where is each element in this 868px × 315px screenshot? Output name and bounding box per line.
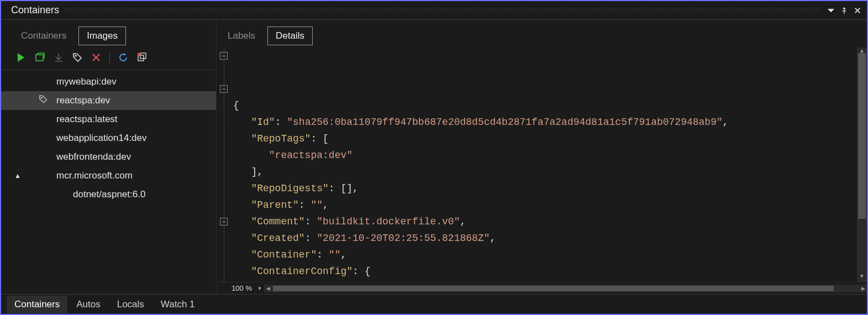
toolbar-separator — [109, 51, 110, 64]
scroll-left-arrow[interactable]: ◀ — [264, 285, 272, 292]
zoom-level: 100 % — [217, 284, 255, 292]
delete-button[interactable] — [90, 51, 103, 64]
zoom-dropdown[interactable]: ▼ — [255, 286, 264, 291]
titlebar: Containers — [1, 1, 867, 20]
image-item[interactable]: webfrontenda:dev — [1, 148, 216, 166]
editor-status-bar: 100 % ▼ ◀ ▶ — [217, 282, 867, 294]
svg-rect-2 — [36, 55, 43, 61]
tag-icon — [38, 95, 48, 107]
right-panel: Labels Details −−−{ "Id": "sha256:0ba110… — [217, 20, 867, 294]
vertical-scrollbar[interactable]: ▲ ▼ — [857, 48, 867, 282]
json-editor[interactable]: −−−{ "Id": "sha256:0ba11079ff947bb687e20… — [217, 48, 857, 282]
download-button[interactable] — [52, 51, 65, 64]
pin-button[interactable] — [838, 4, 850, 17]
image-label: reactspa:dev — [56, 95, 110, 106]
scroll-thumb-h[interactable] — [273, 286, 834, 291]
tag-button[interactable] — [71, 51, 84, 64]
image-item[interactable]: reactspa:latest — [1, 110, 216, 129]
window-menu-button[interactable] — [825, 4, 837, 17]
left-tabs: Containers Images — [1, 20, 216, 48]
image-folder[interactable]: ▲ mcr.microsoft.com — [1, 166, 216, 185]
window-title: Containers — [11, 4, 59, 16]
bottom-tab-locals[interactable]: Locals — [109, 296, 152, 313]
scroll-down-arrow[interactable]: ▼ — [857, 273, 867, 282]
horizontal-scrollbar[interactable]: ◀ ▶ — [264, 285, 867, 292]
detail-tabs: Labels Details — [220, 20, 867, 48]
bottom-tabstrip: Containers Autos Locals Watch 1 — [1, 294, 867, 314]
svg-rect-4 — [138, 55, 144, 61]
scroll-thumb-v[interactable] — [858, 53, 866, 219]
left-toolbar — [1, 48, 216, 70]
image-item[interactable]: webapplication14:dev — [1, 129, 216, 148]
left-panel: Containers Images — [1, 20, 217, 294]
svg-marker-0 — [828, 9, 834, 12]
refresh-button[interactable] — [117, 51, 130, 64]
open-window-button[interactable] — [33, 51, 46, 64]
fold-toggle[interactable]: − — [220, 218, 228, 225]
image-tree: mywebapi:dev reactspa:dev reactspa:lates… — [1, 70, 216, 294]
image-label: webfrontenda:dev — [56, 151, 131, 162]
image-label: mywebapi:dev — [56, 76, 117, 87]
bottom-tab-containers[interactable]: Containers — [7, 296, 67, 313]
image-item[interactable]: dotnet/aspnet:6.0 — [1, 185, 216, 204]
fold-guide — [224, 48, 224, 282]
image-item[interactable]: mywebapi:dev — [1, 72, 216, 91]
titlebar-grip[interactable] — [64, 8, 819, 13]
svg-rect-5 — [140, 53, 146, 59]
close-button[interactable] — [851, 4, 864, 17]
fold-toggle[interactable]: − — [220, 52, 228, 60]
image-label: dotnet/aspnet:6.0 — [73, 189, 145, 200]
image-label: mcr.microsoft.com — [56, 170, 133, 181]
bottom-tab-autos[interactable]: Autos — [69, 296, 108, 313]
svg-point-6 — [41, 97, 42, 98]
run-button[interactable] — [14, 51, 28, 64]
bottom-tab-watch1[interactable]: Watch 1 — [153, 296, 203, 313]
image-label: reactspa:latest — [56, 114, 118, 125]
svg-point-3 — [75, 55, 76, 56]
tab-details[interactable]: Details — [267, 27, 313, 45]
prune-button[interactable] — [135, 51, 149, 64]
tab-images[interactable]: Images — [78, 27, 126, 45]
svg-marker-1 — [18, 53, 24, 62]
scroll-right-arrow[interactable]: ▶ — [859, 285, 867, 292]
image-item[interactable]: reactspa:dev — [1, 91, 216, 110]
editor-wrap: −−−{ "Id": "sha256:0ba11079ff947bb687e20… — [217, 48, 867, 282]
fold-toggle[interactable]: − — [220, 85, 228, 93]
collapse-icon[interactable]: ▲ — [14, 172, 21, 180]
main-split: Containers Images — [1, 20, 867, 294]
tab-containers[interactable]: Containers — [13, 27, 74, 45]
tab-labels[interactable]: Labels — [220, 27, 263, 45]
image-label: webapplication14:dev — [56, 133, 147, 144]
